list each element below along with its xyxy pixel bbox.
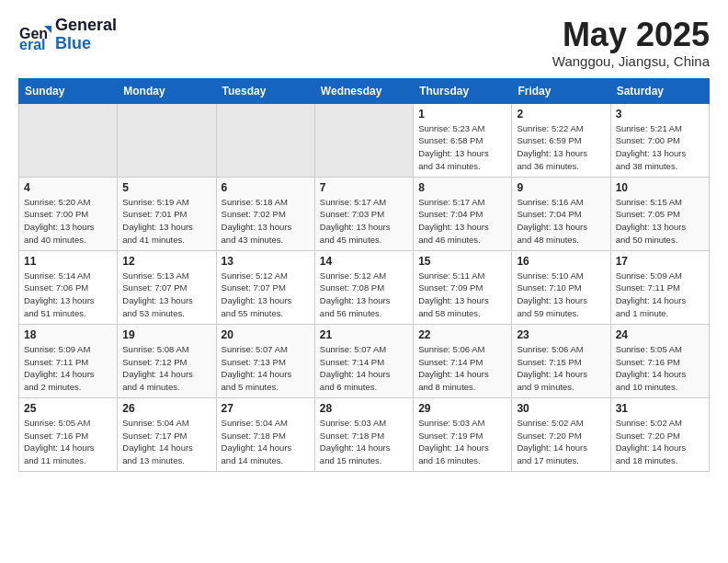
weekday-header-tuesday: Tuesday — [216, 78, 314, 103]
calendar-cell: 7Sunrise: 5:17 AMSunset: 7:03 PMDaylight… — [314, 177, 413, 250]
day-number: 14 — [320, 255, 408, 268]
day-number: 8 — [418, 181, 506, 194]
day-number: 23 — [517, 328, 605, 341]
day-info: Sunrise: 5:02 AMSunset: 7:20 PMDaylight:… — [616, 417, 704, 467]
day-info: Sunrise: 5:09 AMSunset: 7:11 PMDaylight:… — [616, 270, 704, 320]
calendar-cell: 14Sunrise: 5:12 AMSunset: 7:08 PMDayligh… — [314, 250, 413, 324]
weekday-header-friday: Friday — [512, 78, 610, 103]
day-number: 21 — [320, 328, 408, 341]
day-number: 9 — [517, 181, 605, 194]
calendar-cell: 16Sunrise: 5:10 AMSunset: 7:10 PMDayligh… — [512, 250, 610, 324]
day-info: Sunrise: 5:06 AMSunset: 7:14 PMDaylight:… — [418, 343, 506, 394]
svg-text:eral: eral — [19, 37, 45, 52]
calendar-cell: 28Sunrise: 5:03 AMSunset: 7:18 PMDayligh… — [314, 397, 413, 471]
day-number: 18 — [24, 328, 112, 341]
day-info: Sunrise: 5:19 AMSunset: 7:01 PMDaylight:… — [122, 196, 210, 247]
calendar-cell: 9Sunrise: 5:16 AMSunset: 7:04 PMDaylight… — [512, 177, 610, 250]
day-number: 5 — [122, 181, 210, 194]
day-info: Sunrise: 5:22 AMSunset: 6:59 PMDaylight:… — [517, 122, 605, 173]
calendar-cell: 26Sunrise: 5:04 AMSunset: 7:17 PMDayligh… — [118, 397, 216, 471]
day-number: 31 — [616, 402, 704, 415]
day-info: Sunrise: 5:03 AMSunset: 7:19 PMDaylight:… — [418, 417, 506, 467]
day-number: 4 — [24, 181, 112, 194]
logo-text: General Blue — [55, 17, 117, 53]
calendar-cell: 3Sunrise: 5:21 AMSunset: 7:00 PMDaylight… — [610, 103, 709, 177]
calendar-cell — [216, 103, 314, 177]
calendar-cell: 15Sunrise: 5:11 AMSunset: 7:09 PMDayligh… — [414, 250, 512, 324]
day-number: 27 — [222, 402, 310, 415]
calendar-cell: 13Sunrise: 5:12 AMSunset: 7:07 PMDayligh… — [216, 250, 314, 324]
day-info: Sunrise: 5:03 AMSunset: 7:18 PMDaylight:… — [320, 417, 408, 467]
day-number: 20 — [222, 328, 310, 341]
day-info: Sunrise: 5:12 AMSunset: 7:08 PMDaylight:… — [320, 270, 408, 320]
calendar-cell: 12Sunrise: 5:13 AMSunset: 7:07 PMDayligh… — [118, 250, 216, 324]
day-info: Sunrise: 5:11 AMSunset: 7:09 PMDaylight:… — [418, 270, 506, 320]
calendar-cell: 18Sunrise: 5:09 AMSunset: 7:11 PMDayligh… — [19, 324, 118, 397]
day-info: Sunrise: 5:06 AMSunset: 7:15 PMDaylight:… — [517, 343, 605, 394]
day-info: Sunrise: 5:02 AMSunset: 7:20 PMDaylight:… — [517, 417, 605, 467]
day-info: Sunrise: 5:18 AMSunset: 7:02 PMDaylight:… — [222, 196, 310, 247]
day-number: 2 — [517, 108, 605, 121]
calendar-cell: 29Sunrise: 5:03 AMSunset: 7:19 PMDayligh… — [414, 397, 512, 471]
calendar-cell: 11Sunrise: 5:14 AMSunset: 7:06 PMDayligh… — [19, 250, 118, 324]
title-block: May 2025 Wanggou, Jiangsu, China — [552, 17, 710, 69]
week-row-4: 18Sunrise: 5:09 AMSunset: 7:11 PMDayligh… — [19, 324, 710, 397]
day-number: 6 — [222, 181, 310, 194]
header: Gen eral General Blue May 2025 Wanggou, … — [18, 17, 710, 69]
day-info: Sunrise: 5:07 AMSunset: 7:14 PMDaylight:… — [320, 343, 408, 394]
calendar-cell: 24Sunrise: 5:05 AMSunset: 7:16 PMDayligh… — [610, 324, 709, 397]
day-info: Sunrise: 5:23 AMSunset: 6:58 PMDaylight:… — [418, 122, 506, 173]
week-row-1: 1Sunrise: 5:23 AMSunset: 6:58 PMDaylight… — [19, 103, 710, 177]
calendar-cell: 20Sunrise: 5:07 AMSunset: 7:13 PMDayligh… — [216, 324, 314, 397]
day-info: Sunrise: 5:20 AMSunset: 7:00 PMDaylight:… — [24, 196, 112, 247]
calendar-cell: 21Sunrise: 5:07 AMSunset: 7:14 PMDayligh… — [314, 324, 413, 397]
day-number: 13 — [222, 255, 310, 268]
day-info: Sunrise: 5:21 AMSunset: 7:00 PMDaylight:… — [616, 122, 704, 173]
day-info: Sunrise: 5:12 AMSunset: 7:07 PMDaylight:… — [222, 270, 310, 320]
weekday-header-monday: Monday — [118, 78, 216, 103]
day-info: Sunrise: 5:13 AMSunset: 7:07 PMDaylight:… — [122, 270, 210, 320]
day-info: Sunrise: 5:16 AMSunset: 7:04 PMDaylight:… — [517, 196, 605, 247]
page: Gen eral General Blue May 2025 Wanggou, … — [0, 0, 728, 488]
calendar-cell — [118, 103, 216, 177]
day-number: 22 — [418, 328, 506, 341]
calendar-cell — [19, 103, 118, 177]
day-info: Sunrise: 5:15 AMSunset: 7:05 PMDaylight:… — [616, 196, 704, 247]
day-info: Sunrise: 5:17 AMSunset: 7:03 PMDaylight:… — [320, 196, 408, 247]
weekday-header-row: SundayMondayTuesdayWednesdayThursdayFrid… — [19, 78, 710, 103]
day-info: Sunrise: 5:04 AMSunset: 7:18 PMDaylight:… — [222, 417, 310, 467]
calendar-cell: 30Sunrise: 5:02 AMSunset: 7:20 PMDayligh… — [512, 397, 610, 471]
week-row-3: 11Sunrise: 5:14 AMSunset: 7:06 PMDayligh… — [19, 250, 710, 324]
day-number: 28 — [320, 402, 408, 415]
day-number: 16 — [517, 255, 605, 268]
calendar-cell: 8Sunrise: 5:17 AMSunset: 7:04 PMDaylight… — [414, 177, 512, 250]
day-number: 26 — [122, 402, 210, 415]
day-number: 15 — [418, 255, 506, 268]
calendar-cell: 5Sunrise: 5:19 AMSunset: 7:01 PMDaylight… — [118, 177, 216, 250]
day-number: 7 — [320, 181, 408, 194]
day-number: 11 — [24, 255, 112, 268]
day-number: 1 — [418, 108, 506, 121]
day-number: 30 — [517, 402, 605, 415]
day-number: 17 — [616, 255, 704, 268]
calendar-cell — [314, 103, 413, 177]
calendar-cell: 2Sunrise: 5:22 AMSunset: 6:59 PMDaylight… — [512, 103, 610, 177]
calendar-cell: 4Sunrise: 5:20 AMSunset: 7:00 PMDaylight… — [19, 177, 118, 250]
calendar-cell: 25Sunrise: 5:05 AMSunset: 7:16 PMDayligh… — [19, 397, 118, 471]
day-number: 10 — [616, 181, 704, 194]
day-number: 29 — [418, 402, 506, 415]
logo-blue: Blue — [55, 34, 91, 52]
day-number: 19 — [122, 328, 210, 341]
calendar-cell: 31Sunrise: 5:02 AMSunset: 7:20 PMDayligh… — [610, 397, 709, 471]
day-number: 3 — [616, 108, 704, 121]
calendar-cell: 27Sunrise: 5:04 AMSunset: 7:18 PMDayligh… — [216, 397, 314, 471]
month-title: May 2025 — [552, 17, 710, 53]
location: Wanggou, Jiangsu, China — [552, 53, 710, 69]
calendar-cell: 6Sunrise: 5:18 AMSunset: 7:02 PMDaylight… — [216, 177, 314, 250]
calendar-cell: 10Sunrise: 5:15 AMSunset: 7:05 PMDayligh… — [610, 177, 709, 250]
day-info: Sunrise: 5:07 AMSunset: 7:13 PMDaylight:… — [222, 343, 310, 394]
day-info: Sunrise: 5:09 AMSunset: 7:11 PMDaylight:… — [24, 343, 112, 394]
day-info: Sunrise: 5:17 AMSunset: 7:04 PMDaylight:… — [418, 196, 506, 247]
logo: Gen eral General Blue — [18, 17, 117, 53]
calendar-cell: 17Sunrise: 5:09 AMSunset: 7:11 PMDayligh… — [610, 250, 709, 324]
